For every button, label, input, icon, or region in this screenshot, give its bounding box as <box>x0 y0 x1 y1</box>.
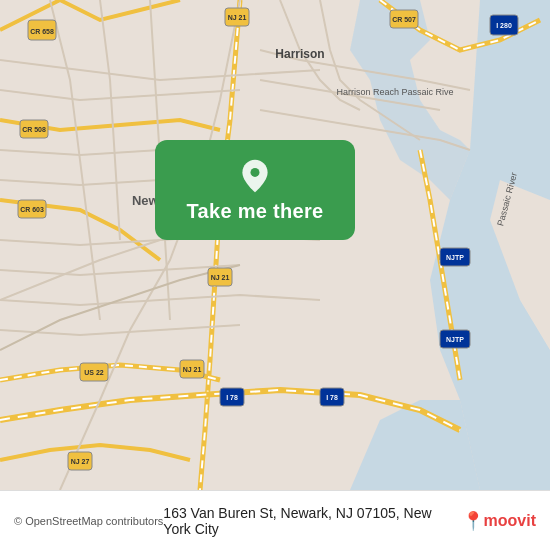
svg-text:Harrison: Harrison <box>275 47 324 61</box>
svg-text:NJ 27: NJ 27 <box>71 458 90 465</box>
svg-text:NJ 21: NJ 21 <box>183 366 202 373</box>
map-container: CR 658 NJ 21 CR 507 I 280 CR 508 CR 603 … <box>0 0 550 490</box>
footer-brand: moovit <box>484 512 536 530</box>
svg-point-32 <box>251 167 260 176</box>
copyright-text: © OpenStreetMap contributors <box>14 515 163 527</box>
moovit-logo: moovit <box>484 512 536 530</box>
location-pin-icon: 📍 <box>462 510 484 532</box>
footer-bar: © OpenStreetMap contributors 163 Van Bur… <box>0 490 550 550</box>
svg-text:CR 603: CR 603 <box>20 206 44 213</box>
svg-text:CR 658: CR 658 <box>30 28 54 35</box>
svg-text:CR 508: CR 508 <box>22 126 46 133</box>
svg-text:Harrison Reach Passaic Rive: Harrison Reach Passaic Rive <box>336 87 453 97</box>
svg-text:NJ 21: NJ 21 <box>228 14 247 21</box>
svg-text:NJTP: NJTP <box>446 336 464 343</box>
address-text: 163 Van Buren St, Newark, NJ 07105, New … <box>163 505 456 537</box>
footer-address-area: 163 Van Buren St, Newark, NJ 07105, New … <box>163 505 483 537</box>
svg-text:NJ 21: NJ 21 <box>211 274 230 281</box>
svg-text:NJTP: NJTP <box>446 254 464 261</box>
map-roads-svg: CR 658 NJ 21 CR 507 I 280 CR 508 CR 603 … <box>0 0 550 490</box>
map-pin-icon <box>237 158 273 194</box>
svg-text:I 78: I 78 <box>326 394 338 401</box>
take-me-there-label: Take me there <box>187 200 324 223</box>
footer-copyright: © OpenStreetMap contributors <box>14 515 163 527</box>
svg-text:CR 507: CR 507 <box>392 16 416 23</box>
svg-text:I 280: I 280 <box>496 22 512 29</box>
svg-text:I 78: I 78 <box>226 394 238 401</box>
take-me-there-button[interactable]: Take me there <box>155 140 355 240</box>
moovit-text: moovit <box>484 512 536 530</box>
svg-text:US 22: US 22 <box>84 369 104 376</box>
